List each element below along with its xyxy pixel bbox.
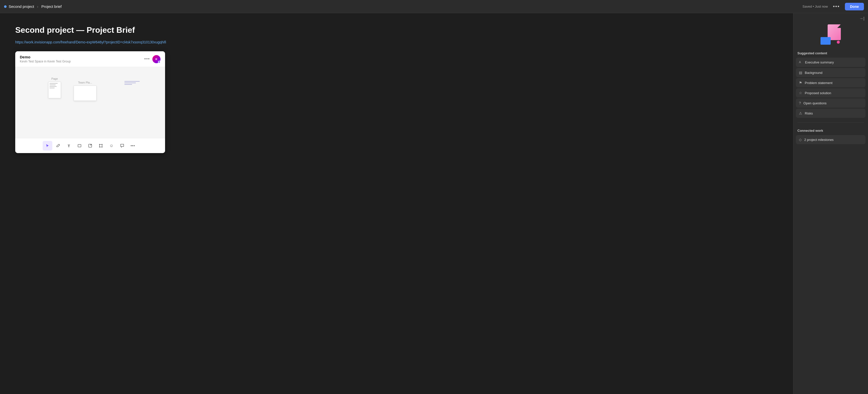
tool-more[interactable]: ••• bbox=[128, 141, 137, 151]
suggested-item-problem-statement[interactable]: ⚑ Problem statement bbox=[796, 78, 865, 87]
svg-rect-0 bbox=[78, 144, 81, 147]
main-layout: Second project — Project Brief https://w… bbox=[0, 13, 868, 394]
suggested-item-proposed-solution[interactable]: ☆ Proposed solution bbox=[796, 88, 865, 97]
illus-dot bbox=[837, 41, 840, 44]
embed-header: Demo Kevin Test Space in Kevin Test Grou… bbox=[15, 51, 165, 67]
project-dot bbox=[4, 5, 7, 8]
tool-text[interactable]: T bbox=[64, 141, 74, 151]
suggested-item-background[interactable]: ▤ Background bbox=[796, 68, 865, 77]
avatar-status-dot bbox=[158, 61, 160, 63]
page-name: Project brief bbox=[41, 4, 62, 9]
canvas-page-item: Page bbox=[48, 77, 61, 98]
proposed-solution-icon: ☆ bbox=[799, 91, 802, 95]
suggested-item-executive-summary[interactable]: A Executive summary bbox=[796, 58, 865, 67]
cursor-icon bbox=[45, 144, 50, 148]
rectangle-icon bbox=[78, 144, 82, 148]
sticky-icon bbox=[88, 144, 92, 148]
saved-status: Saved • Just now bbox=[803, 5, 828, 8]
tool-sticky[interactable] bbox=[85, 141, 95, 151]
breadcrumb: Second project › Project brief bbox=[4, 4, 62, 9]
illus-blue bbox=[820, 37, 831, 45]
executive-summary-icon: A bbox=[799, 60, 803, 64]
embed-header-right: ••• K bbox=[144, 55, 160, 63]
suggested-item-label: Risks bbox=[805, 111, 813, 115]
tool-comment[interactable] bbox=[117, 141, 127, 151]
embed-more-button[interactable]: ••• bbox=[144, 56, 150, 62]
tool-emoji[interactable]: ☺ bbox=[107, 141, 116, 151]
suggested-item-label: Executive summary bbox=[805, 60, 834, 64]
comment-icon bbox=[120, 144, 124, 148]
tool-frame[interactable] bbox=[96, 141, 106, 151]
suggested-item-open-questions[interactable]: ? Open questions bbox=[796, 98, 865, 108]
risks-icon: ⚠ bbox=[799, 111, 802, 115]
tool-select[interactable] bbox=[43, 141, 52, 151]
connected-work-title: Connected work bbox=[793, 127, 868, 135]
tool-rectangle[interactable] bbox=[75, 141, 84, 151]
project-name[interactable]: Second project bbox=[9, 4, 34, 9]
avatar: K bbox=[152, 55, 160, 63]
connected-item-label: 2 project milestones bbox=[804, 138, 834, 142]
page-title: Second project — Project Brief bbox=[15, 25, 778, 35]
canvas-team-thumb bbox=[74, 86, 96, 101]
more-options-button[interactable]: ••• bbox=[831, 3, 842, 10]
connected-list: ◇ 2 project milestones bbox=[793, 135, 868, 144]
embed-canvas[interactable]: Page Team Pla... bbox=[15, 67, 165, 138]
embed-info: Demo Kevin Test Space in Kevin Test Grou… bbox=[20, 55, 71, 63]
right-panel: →| Suggested content A Executive summary bbox=[793, 13, 868, 394]
tool-pencil[interactable] bbox=[53, 141, 63, 151]
open-questions-icon: ? bbox=[799, 101, 801, 105]
problem-statement-icon: ⚑ bbox=[799, 81, 802, 85]
canvas-mini-lines bbox=[124, 81, 140, 85]
embed-card: Demo Kevin Test Space in Kevin Test Grou… bbox=[15, 51, 165, 153]
suggested-content-title: Suggested content bbox=[793, 50, 868, 58]
collapse-button[interactable]: →| bbox=[859, 16, 864, 21]
topbar-right: Saved • Just now ••• Done bbox=[803, 3, 864, 10]
page-link[interactable]: https://work.invisionapp.com/freehand/De… bbox=[15, 40, 166, 44]
frame-icon bbox=[99, 144, 103, 148]
canvas-page-label: Page bbox=[51, 77, 58, 80]
suggested-item-risks[interactable]: ⚠ Risks bbox=[796, 109, 865, 118]
panel-collapse: →| bbox=[793, 13, 868, 22]
milestones-icon: ◇ bbox=[799, 138, 802, 142]
suggested-item-label: Proposed solution bbox=[805, 91, 831, 95]
background-icon: ▤ bbox=[799, 71, 802, 75]
panel-illustration bbox=[793, 22, 868, 50]
embed-toolbar: T bbox=[15, 138, 165, 153]
canvas-page-thumb bbox=[48, 82, 61, 98]
suggested-item-label: Background bbox=[805, 71, 822, 75]
embed-title: Demo bbox=[20, 55, 71, 59]
suggested-item-label: Open questions bbox=[804, 101, 827, 105]
embed-subtitle: Kevin Test Space in Kevin Test Group bbox=[20, 60, 71, 63]
pencil-icon bbox=[56, 144, 60, 148]
illustration bbox=[820, 24, 841, 45]
canvas-team-label: Team Pla... bbox=[78, 81, 92, 84]
suggested-item-label: Problem statement bbox=[805, 81, 832, 85]
connected-item-milestones[interactable]: ◇ 2 project milestones bbox=[796, 135, 865, 144]
topbar: Second project › Project brief Saved • J… bbox=[0, 0, 868, 13]
canvas-team-item: Team Pla... bbox=[74, 81, 96, 101]
svg-rect-2 bbox=[99, 144, 102, 147]
done-button[interactable]: Done bbox=[845, 3, 864, 10]
panel-divider bbox=[797, 122, 864, 123]
svg-text:A: A bbox=[799, 60, 801, 64]
suggested-list: A Executive summary ▤ Background ⚑ Probl… bbox=[793, 58, 868, 118]
breadcrumb-separator: › bbox=[37, 5, 38, 9]
content-area: Second project — Project Brief https://w… bbox=[0, 13, 793, 394]
